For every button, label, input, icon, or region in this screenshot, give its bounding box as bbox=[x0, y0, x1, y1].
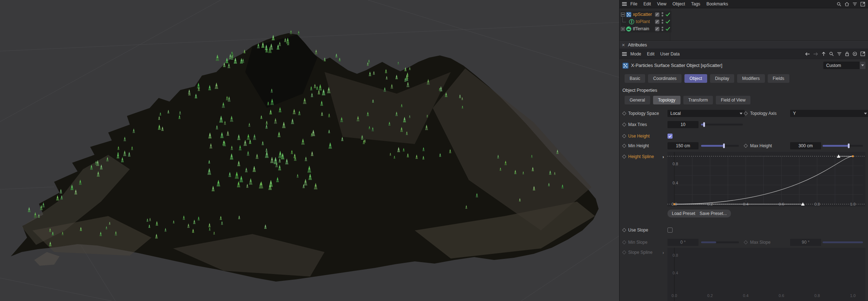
max-height-label: Max Height bbox=[750, 143, 772, 148]
param-diamond-icon bbox=[622, 154, 626, 158]
3d-viewport[interactable] bbox=[0, 0, 620, 301]
slope-spline-label: Slope Spline bbox=[628, 250, 652, 255]
subtab-transform[interactable]: Transform bbox=[683, 96, 713, 104]
topology-axis-dropdown[interactable]: Y bbox=[790, 110, 868, 117]
attr-menu-item-user-data[interactable]: User Data bbox=[660, 51, 680, 57]
menu-item-view[interactable]: View bbox=[657, 1, 666, 6]
param-diamond-icon bbox=[622, 228, 626, 232]
enabled-check-icon[interactable] bbox=[665, 27, 670, 31]
visibility-dots-icon[interactable] bbox=[661, 12, 664, 17]
edit-pencil-icon[interactable] bbox=[655, 27, 660, 31]
preset-dropdown[interactable]: Custom bbox=[823, 62, 865, 69]
search-icon[interactable] bbox=[829, 51, 834, 56]
visibility-dots-icon[interactable] bbox=[661, 26, 664, 31]
close-icon[interactable]: ✕ bbox=[622, 43, 625, 47]
tab-fields[interactable]: Fields bbox=[768, 74, 789, 83]
visibility-dots-icon[interactable] bbox=[661, 19, 664, 24]
up-icon[interactable] bbox=[821, 51, 826, 56]
min-height-slider[interactable] bbox=[701, 144, 739, 148]
target-icon[interactable] bbox=[852, 51, 857, 56]
height-spline-editor[interactable]: 0.80.40.00.20.40.60.81.0 bbox=[667, 152, 865, 207]
cinema4d-window: FileEditViewObjectTagsBookmarks xpScatte… bbox=[0, 0, 868, 301]
svg-text:0.0: 0.0 bbox=[671, 293, 677, 298]
use-height-label: Use Height bbox=[628, 134, 649, 139]
edit-pencil-icon[interactable] bbox=[655, 12, 660, 17]
chevron-down-icon[interactable] bbox=[860, 62, 865, 69]
object-manager-menu: FileEditViewObjectTagsBookmarks bbox=[630, 1, 728, 6]
object-row-tfterrain[interactable]: tfTerrain bbox=[621, 25, 649, 32]
save-preset-button[interactable]: Save Preset... bbox=[695, 210, 731, 217]
param-diamond-icon bbox=[744, 144, 748, 148]
attr-menu-item-edit[interactable]: Edit bbox=[647, 51, 655, 57]
chevron-down-icon bbox=[864, 113, 867, 114]
section-title: Object Properties bbox=[620, 85, 868, 94]
attributes-panel: ✕ Attributes ModeEditUser Data bbox=[620, 41, 868, 301]
attributes-menubar: ModeEditUser Data bbox=[620, 49, 868, 59]
min-height-field[interactable]: 150 cm bbox=[667, 142, 699, 149]
topology-axis-label: Topology Axis bbox=[750, 111, 776, 116]
menu-item-tags[interactable]: Tags bbox=[691, 1, 700, 6]
max-height-slider[interactable] bbox=[823, 144, 863, 148]
filter-icon[interactable] bbox=[837, 51, 842, 56]
use-slope-checkbox[interactable] bbox=[667, 228, 673, 233]
subtab-general[interactable]: General bbox=[625, 96, 650, 104]
tab-basic[interactable]: Basic bbox=[625, 74, 645, 83]
enabled-check-icon[interactable] bbox=[665, 19, 670, 24]
collapse-icon[interactable] bbox=[621, 13, 625, 17]
subtab-topology[interactable]: Topology bbox=[653, 96, 680, 104]
hamburger-icon[interactable] bbox=[622, 1, 627, 6]
forward-icon[interactable] bbox=[813, 52, 818, 56]
terrain-scene bbox=[0, 0, 619, 301]
svg-text:0.8: 0.8 bbox=[673, 162, 678, 166]
xpscatter-icon bbox=[622, 63, 629, 69]
param-diamond-icon bbox=[622, 240, 626, 244]
menu-item-edit[interactable]: Edit bbox=[643, 1, 651, 6]
tab-modifiers[interactable]: Modifiers bbox=[737, 74, 765, 83]
object-row-toplant[interactable]: toPlant bbox=[621, 18, 650, 25]
max-height-field[interactable]: 300 cm bbox=[790, 142, 821, 149]
menu-item-bookmarks[interactable]: Bookmarks bbox=[706, 1, 728, 6]
svg-text:0.4: 0.4 bbox=[743, 293, 748, 298]
home-icon[interactable] bbox=[845, 2, 849, 6]
topology-space-value: Local bbox=[670, 111, 681, 116]
max-slope-label: Max Slope bbox=[750, 240, 771, 245]
topology-space-label: Topology Space bbox=[628, 111, 659, 116]
hamburger-icon[interactable] bbox=[622, 51, 627, 57]
back-icon[interactable] bbox=[805, 52, 810, 56]
menu-item-file[interactable]: File bbox=[630, 1, 637, 6]
search-icon[interactable] bbox=[837, 2, 841, 6]
max-tries-slider[interactable] bbox=[701, 122, 743, 127]
max-slope-field: 90 ° bbox=[790, 239, 821, 246]
new-window-icon[interactable] bbox=[860, 51, 865, 56]
svg-text:0.4: 0.4 bbox=[673, 271, 678, 275]
new-window-icon[interactable] bbox=[860, 2, 865, 6]
slope-spline-editor: 0.80.40.00.20.40.60.81.0 bbox=[667, 248, 865, 301]
filter-icon[interactable] bbox=[852, 2, 857, 6]
param-diamond-icon bbox=[622, 111, 626, 115]
menu-item-object[interactable]: Object bbox=[673, 1, 685, 6]
min-slope-slider bbox=[701, 240, 739, 245]
subtab-field-of-view[interactable]: Field of View bbox=[716, 96, 750, 104]
edit-pencil-icon[interactable] bbox=[655, 19, 660, 24]
chevron-right-icon[interactable]: › bbox=[662, 154, 664, 160]
attr-menu-item-mode[interactable]: Mode bbox=[630, 51, 641, 57]
expand-icon[interactable] bbox=[621, 27, 625, 31]
max-tries-field[interactable]: 10 bbox=[667, 121, 699, 128]
object-title: X-Particles Surface Scatter Object [xpSc… bbox=[631, 63, 722, 68]
use-slope-label: Use Slope bbox=[628, 228, 648, 233]
tab-coordinates[interactable]: Coordinates bbox=[648, 74, 682, 83]
object-manager: xpScattertoPlanttfTerrain bbox=[620, 8, 868, 41]
object-manager-menubar: FileEditViewObjectTagsBookmarks bbox=[620, 0, 868, 8]
svg-text:0.6: 0.6 bbox=[779, 293, 784, 298]
svg-text:0.8: 0.8 bbox=[814, 202, 820, 206]
tab-object[interactable]: Object bbox=[684, 74, 707, 83]
topology-space-dropdown[interactable]: Local bbox=[667, 110, 745, 117]
enabled-check-icon[interactable] bbox=[665, 12, 670, 17]
lock-icon[interactable] bbox=[845, 51, 849, 56]
tab-display[interactable]: Display bbox=[710, 74, 734, 83]
use-height-checkbox[interactable] bbox=[667, 134, 673, 139]
max-slope-slider bbox=[823, 240, 863, 245]
attribute-rows: Topology Space Local Topology Axis Y bbox=[620, 106, 868, 301]
object-name: tfTerrain bbox=[633, 26, 649, 31]
xpscatter-icon bbox=[626, 12, 631, 17]
